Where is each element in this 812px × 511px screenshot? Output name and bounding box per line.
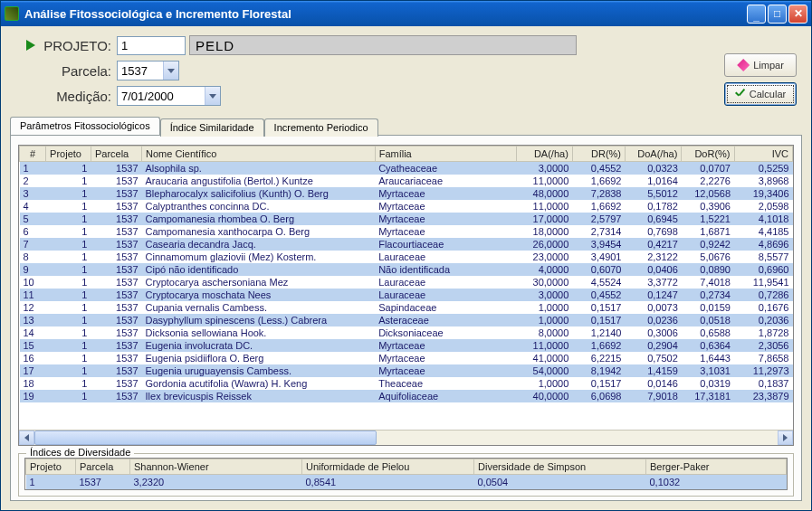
col-parcela[interactable]: Parcela bbox=[91, 147, 141, 162]
table-row[interactable]: 1911537Ilex brevicuspis ReissekAquifolia… bbox=[20, 390, 793, 402]
cell-dor: 0,2734 bbox=[682, 289, 734, 301]
cell-parcela: 1537 bbox=[91, 238, 141, 251]
cell-ivc: 23,3879 bbox=[734, 390, 793, 402]
cell-familia: Asteraceae bbox=[375, 314, 516, 326]
table-row[interactable]: 711537Casearia decandra Jacq.Flacourtiac… bbox=[20, 238, 793, 251]
cell-familia: Sapindaceae bbox=[375, 301, 516, 314]
maximize-button[interactable]: □ bbox=[768, 5, 787, 24]
cell-da: 4,0000 bbox=[516, 263, 572, 276]
dcell-simpson: 0,0504 bbox=[474, 475, 646, 490]
table-row[interactable]: 1311537Dasyphyllum spinescens (Less.) Ca… bbox=[20, 314, 793, 326]
cell-doa: 0,0236 bbox=[626, 314, 682, 326]
medicao-input[interactable] bbox=[118, 87, 205, 105]
horizontal-scrollbar[interactable] bbox=[19, 430, 793, 445]
cell-projeto: 1 bbox=[46, 187, 91, 200]
cell-familia: Araucariaceae bbox=[375, 175, 516, 187]
table-row[interactable]: 811537Cinnamomum glaziovii (Mez) Kosterm… bbox=[20, 251, 793, 263]
cell-idx: 7 bbox=[20, 238, 46, 251]
col-nome[interactable]: Nome Científico bbox=[142, 147, 376, 162]
table-row[interactable]: 1711537Eugenia uruguayensis Cambess.Myrt… bbox=[20, 364, 793, 377]
diversity-header-row[interactable]: Projeto Parcela Shannon-Wiener Uniformid… bbox=[26, 459, 787, 475]
table-row[interactable]: 311537Blepharocalyx salicifolius (Kunth)… bbox=[20, 187, 793, 200]
cell-da: 1,0000 bbox=[516, 314, 572, 326]
table-row[interactable]: 1011537Cryptocarya aschersoniana MezLaur… bbox=[20, 276, 793, 289]
dcol-parcela[interactable]: Parcela bbox=[76, 459, 130, 475]
cell-idx: 8 bbox=[20, 251, 46, 263]
diversity-grid[interactable]: Projeto Parcela Shannon-Wiener Uniformid… bbox=[24, 458, 788, 490]
cell-idx: 12 bbox=[20, 301, 46, 314]
col-da[interactable]: DA(/ha) bbox=[516, 147, 572, 162]
dcol-shannon[interactable]: Shannon-Wiener bbox=[130, 459, 302, 475]
cell-dr: 1,6692 bbox=[572, 175, 625, 187]
parcela-dropdown-button[interactable] bbox=[163, 62, 178, 80]
cell-dor: 1,6443 bbox=[682, 352, 734, 364]
cell-dor: 0,9242 bbox=[682, 238, 734, 251]
table-row[interactable]: 1211537Cupania vernalis Cambess.Sapindac… bbox=[20, 301, 793, 314]
table-row[interactable]: 511537Campomanesia rhombea O. BergMyrtac… bbox=[20, 213, 793, 225]
parcela-combo[interactable] bbox=[117, 61, 179, 80]
projeto-name-display: PELD bbox=[189, 35, 577, 55]
limpar-button[interactable]: Limpar bbox=[724, 53, 797, 77]
cell-ivc: 8,5577 bbox=[734, 251, 793, 263]
scroll-left-button[interactable] bbox=[19, 431, 34, 445]
cell-nome: Calyptranthes concinna DC. bbox=[142, 200, 376, 213]
close-button[interactable]: ✕ bbox=[788, 5, 807, 24]
calcular-button[interactable]: Calcular bbox=[724, 82, 797, 106]
cell-dr: 0,1517 bbox=[572, 301, 625, 314]
diversity-row[interactable]: 1 1537 3,2320 0,8541 0,0504 0,1032 bbox=[26, 475, 787, 490]
col-dr[interactable]: DR(%) bbox=[572, 147, 625, 162]
col-doa[interactable]: DoA(/ha) bbox=[626, 147, 682, 162]
cell-nome: Eugenia psidiiflora O. Berg bbox=[142, 352, 376, 364]
medicao-combo[interactable] bbox=[117, 86, 221, 106]
table-row[interactable]: 1611537Eugenia psidiiflora O. BergMyrtac… bbox=[20, 352, 793, 364]
dcol-berger[interactable]: Berger-Paker bbox=[646, 459, 787, 475]
cell-familia: Myrtaceae bbox=[375, 200, 516, 213]
cell-dr: 3,4901 bbox=[572, 251, 625, 263]
col-dor[interactable]: DoR(%) bbox=[682, 147, 734, 162]
table-row[interactable]: 411537Calyptranthes concinna DC.Myrtacea… bbox=[20, 200, 793, 213]
cell-projeto: 1 bbox=[46, 213, 91, 225]
col-projeto[interactable]: Projeto bbox=[46, 147, 91, 162]
titlebar[interactable]: Análise Fitossociológica e Incremento Fl… bbox=[1, 1, 811, 26]
scroll-thumb[interactable] bbox=[34, 431, 377, 445]
table-row[interactable]: 611537Campomanesia xanthocarpa O. BergMy… bbox=[20, 225, 793, 238]
table-row[interactable]: 1511537Eugenia involucrata DC.Myrtaceae1… bbox=[20, 339, 793, 352]
medicao-dropdown-button[interactable] bbox=[205, 87, 220, 105]
cell-parcela: 1537 bbox=[91, 213, 141, 225]
table-row[interactable]: 911537Cipó não identificadoNão identific… bbox=[20, 263, 793, 276]
col-ivc[interactable]: IVC bbox=[734, 147, 793, 162]
scroll-right-button[interactable] bbox=[778, 431, 793, 445]
tab-incremento[interactable]: Incremento Periodico bbox=[264, 118, 378, 137]
tab-parametros[interactable]: Parâmetros Fitossociológicos bbox=[10, 117, 160, 135]
projeto-input[interactable] bbox=[117, 36, 186, 55]
dcol-pielou[interactable]: Uniformidade de Pielou bbox=[302, 459, 474, 475]
table-row[interactable]: 1411537Dicksonia sellowiana Hook.Dickson… bbox=[20, 326, 793, 339]
cell-parcela: 1537 bbox=[91, 289, 141, 301]
minimize-button[interactable]: _ bbox=[747, 5, 766, 24]
cell-parcela: 1537 bbox=[91, 390, 141, 402]
main-grid[interactable]: # Projeto Parcela Nome Científico Famíli… bbox=[18, 145, 794, 446]
col-idx[interactable]: # bbox=[20, 147, 46, 162]
cell-parcela: 1537 bbox=[91, 276, 141, 289]
cell-nome: Gordonia acutifolia (Wawra) H. Keng bbox=[142, 377, 376, 390]
table-row[interactable]: 1111537Cryptocarya moschata NeesLauracea… bbox=[20, 289, 793, 301]
scroll-track[interactable] bbox=[34, 431, 778, 445]
cell-ivc: 0,2036 bbox=[734, 314, 793, 326]
grid-header-row[interactable]: # Projeto Parcela Nome Científico Famíli… bbox=[20, 147, 793, 162]
dcol-projeto[interactable]: Projeto bbox=[26, 459, 76, 475]
table-row[interactable]: 111537Alsophila sp.Cyatheaceae3,00000,45… bbox=[20, 162, 793, 175]
tab-similaridade[interactable]: Índice Similaridade bbox=[160, 118, 264, 137]
cell-da: 11,0000 bbox=[516, 200, 572, 213]
cell-parcela: 1537 bbox=[91, 301, 141, 314]
broom-icon bbox=[737, 59, 750, 71]
cell-doa: 0,2904 bbox=[626, 339, 682, 352]
table-row[interactable]: 1811537Gordonia acutifolia (Wawra) H. Ke… bbox=[20, 377, 793, 390]
cell-da: 1,0000 bbox=[516, 301, 572, 314]
table-row[interactable]: 211537Araucaria angustifolia (Bertol.) K… bbox=[20, 175, 793, 187]
label-projeto: PROJETO: bbox=[39, 38, 117, 53]
parcela-input[interactable] bbox=[118, 62, 163, 80]
cell-nome: Cryptocarya moschata Nees bbox=[142, 289, 376, 301]
cell-idx: 6 bbox=[20, 225, 46, 238]
col-familia[interactable]: Família bbox=[375, 147, 516, 162]
dcol-simpson[interactable]: Diversidade de Simpson bbox=[474, 459, 646, 475]
